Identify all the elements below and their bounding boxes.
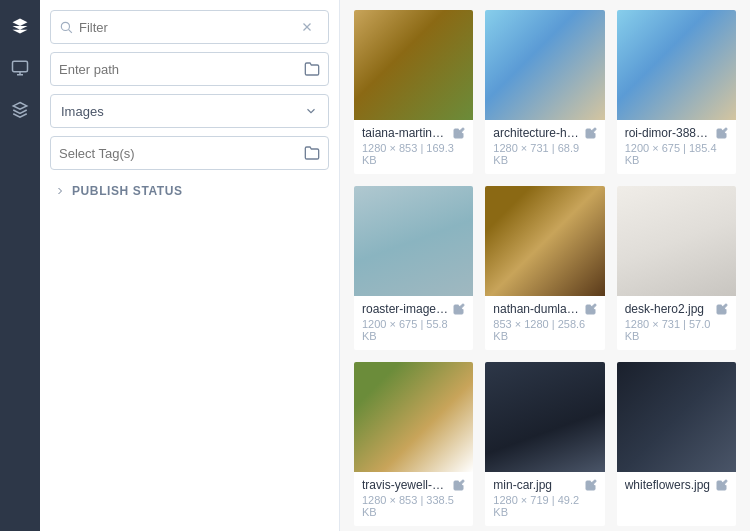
image-meta: 1280 × 853 | 338.5 KB xyxy=(362,494,465,518)
image-meta: 1280 × 731 | 68.9 KB xyxy=(493,142,596,166)
image-filename: whiteflowers.jpg xyxy=(625,478,712,492)
image-item[interactable]: roaster-image.jpeg1200 × 675 | 55.8 KB xyxy=(354,186,473,350)
tag-folder-icon[interactable] xyxy=(304,145,320,161)
image-name-row: roaster-image.jpeg xyxy=(362,302,465,316)
image-thumbnail xyxy=(617,362,736,472)
image-name-row: nathan-dumlao-4266… xyxy=(493,302,596,316)
image-filename: roaster-image.jpeg xyxy=(362,302,449,316)
image-thumbnail xyxy=(354,362,473,472)
image-meta: 1280 × 853 | 169.3 KB xyxy=(362,142,465,166)
image-item[interactable]: min-car.jpg1280 × 719 | 49.2 KB xyxy=(485,362,604,526)
image-grid: taiana-martinez-tai-s-…1280 × 853 | 169.… xyxy=(354,10,736,526)
edit-icon[interactable] xyxy=(453,303,465,315)
image-item[interactable]: desk-hero2.jpg1280 × 731 | 57.0 KB xyxy=(617,186,736,350)
image-filename: roi-dimor-388002.jpg xyxy=(625,126,712,140)
sidebar: Images PUBLISH STATUS xyxy=(40,0,340,531)
edit-icon[interactable] xyxy=(716,479,728,491)
image-filename: desk-hero2.jpg xyxy=(625,302,712,316)
type-selector[interactable]: Images xyxy=(50,94,329,128)
image-name-row: desk-hero2.jpg xyxy=(625,302,728,316)
filter-input[interactable] xyxy=(79,20,296,35)
edit-icon[interactable] xyxy=(585,479,597,491)
chevron-right-icon xyxy=(54,185,66,197)
image-thumbnail xyxy=(485,362,604,472)
main-content: taiana-martinez-tai-s-…1280 × 853 | 169.… xyxy=(340,0,750,531)
nav-stack[interactable] xyxy=(4,94,36,126)
edit-icon[interactable] xyxy=(585,303,597,315)
chevron-down-icon xyxy=(304,104,318,118)
filter-bar[interactable] xyxy=(50,10,329,44)
image-thumbnail xyxy=(485,186,604,296)
image-item[interactable]: nathan-dumlao-4266…853 × 1280 | 258.6 KB xyxy=(485,186,604,350)
edit-icon[interactable] xyxy=(585,127,597,139)
edit-icon[interactable] xyxy=(453,479,465,491)
svg-rect-0 xyxy=(13,61,28,72)
image-thumbnail xyxy=(354,10,473,120)
image-meta: 1200 × 675 | 185.4 KB xyxy=(625,142,728,166)
image-meta: 1200 × 675 | 55.8 KB xyxy=(362,318,465,342)
nav-layers[interactable] xyxy=(4,10,36,42)
image-item[interactable]: travis-yewell-497435-…1280 × 853 | 338.5… xyxy=(354,362,473,526)
tag-selector[interactable] xyxy=(50,136,329,170)
publish-status-toggle[interactable]: PUBLISH STATUS xyxy=(50,178,329,204)
edit-icon[interactable] xyxy=(716,303,728,315)
image-item[interactable]: taiana-martinez-tai-s-…1280 × 853 | 169.… xyxy=(354,10,473,174)
edit-icon[interactable] xyxy=(716,127,728,139)
image-filename: travis-yewell-497435-… xyxy=(362,478,449,492)
image-name-row: whiteflowers.jpg xyxy=(625,478,728,492)
image-item[interactable]: architecture-hero.jpg1280 × 731 | 68.9 K… xyxy=(485,10,604,174)
image-thumbnail xyxy=(617,10,736,120)
image-filename: architecture-hero.jpg xyxy=(493,126,580,140)
image-meta: 853 × 1280 | 258.6 KB xyxy=(493,318,596,342)
image-thumbnail xyxy=(485,10,604,120)
image-name-row: roi-dimor-388002.jpg xyxy=(625,126,728,140)
clear-icon[interactable] xyxy=(300,20,314,34)
image-name-row: taiana-martinez-tai-s-… xyxy=(362,126,465,140)
svg-point-1 xyxy=(61,22,69,30)
tag-input[interactable] xyxy=(59,146,304,161)
image-name-row: travis-yewell-497435-… xyxy=(362,478,465,492)
path-bar[interactable] xyxy=(50,52,329,86)
folder-icon[interactable] xyxy=(304,61,320,77)
image-meta: 1280 × 719 | 49.2 KB xyxy=(493,494,596,518)
image-name-row: min-car.jpg xyxy=(493,478,596,492)
edit-icon[interactable] xyxy=(453,127,465,139)
search-icon xyxy=(59,20,73,34)
image-filename: taiana-martinez-tai-s-… xyxy=(362,126,449,140)
image-item[interactable]: roi-dimor-388002.jpg1200 × 675 | 185.4 K… xyxy=(617,10,736,174)
svg-line-2 xyxy=(69,30,72,33)
image-name-row: architecture-hero.jpg xyxy=(493,126,596,140)
publish-status-label: PUBLISH STATUS xyxy=(72,184,183,198)
nav-add[interactable] xyxy=(4,52,36,84)
image-thumbnail xyxy=(354,186,473,296)
image-item[interactable]: whiteflowers.jpg xyxy=(617,362,736,526)
image-filename: nathan-dumlao-4266… xyxy=(493,302,580,316)
path-input[interactable] xyxy=(59,62,304,77)
image-thumbnail xyxy=(617,186,736,296)
image-meta: 1280 × 731 | 57.0 KB xyxy=(625,318,728,342)
icon-nav xyxy=(0,0,40,531)
type-label: Images xyxy=(61,104,304,119)
image-filename: min-car.jpg xyxy=(493,478,580,492)
